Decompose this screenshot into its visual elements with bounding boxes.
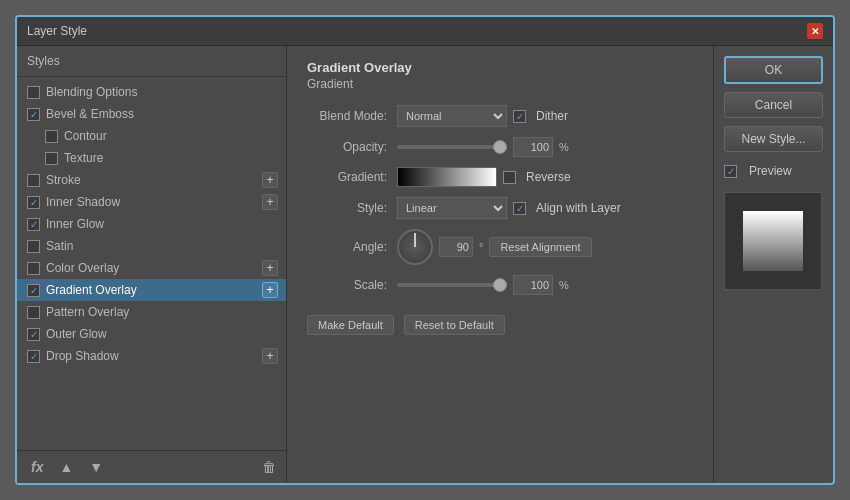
align-with-layer-label: Align with Layer <box>513 201 621 215</box>
dither-checkbox[interactable] <box>513 110 526 123</box>
align-with-layer-text: Align with Layer <box>536 201 621 215</box>
color-overlay-label: Color Overlay <box>46 261 119 275</box>
bottom-buttons: Make Default Reset to Default <box>307 315 693 335</box>
sidebar-item-pattern-overlay[interactable]: Pattern Overlay <box>17 301 286 323</box>
outer-glow-checkbox[interactable] <box>27 328 40 341</box>
preview-inner <box>743 211 803 271</box>
style-label: Style: <box>307 201 397 215</box>
reverse-checkbox[interactable] <box>503 171 516 184</box>
angle-control: ° Reset Alignment <box>397 229 693 265</box>
panel-subtitle: Gradient <box>307 77 693 91</box>
opacity-slider[interactable] <box>397 145 507 149</box>
inner-glow-label: Inner Glow <box>46 217 104 231</box>
reset-alignment-button[interactable]: Reset Alignment <box>489 237 591 257</box>
drop-shadow-checkbox[interactable] <box>27 350 40 363</box>
scale-control: % <box>397 275 693 295</box>
stroke-checkbox[interactable] <box>27 174 40 187</box>
bevel-emboss-checkbox[interactable] <box>27 108 40 121</box>
scale-slider[interactable] <box>397 283 507 287</box>
color-overlay-checkbox[interactable] <box>27 262 40 275</box>
sidebar-item-satin[interactable]: Satin <box>17 235 286 257</box>
move-up-button[interactable]: ▲ <box>55 457 77 477</box>
opacity-row: Opacity: % <box>307 137 693 157</box>
sidebar-item-gradient-overlay[interactable]: Gradient Overlay + <box>17 279 286 301</box>
blend-mode-select[interactable]: Normal Dissolve Multiply Screen Overlay <box>397 105 507 127</box>
close-button[interactable]: ✕ <box>807 23 823 39</box>
reverse-label: Reverse <box>526 170 571 184</box>
style-select[interactable]: Linear Radial Angle Reflected Diamond <box>397 197 507 219</box>
gradient-bar[interactable] <box>397 167 497 187</box>
panel-title: Gradient Overlay <box>307 60 693 75</box>
gradient-row: Gradient: Reverse <box>307 167 693 187</box>
angle-input[interactable] <box>439 237 473 257</box>
preview-label: Preview <box>749 164 792 178</box>
bevel-emboss-label: Bevel & Emboss <box>46 107 134 121</box>
pattern-overlay-checkbox[interactable] <box>27 306 40 319</box>
satin-label: Satin <box>46 239 73 253</box>
blend-mode-row: Blend Mode: Normal Dissolve Multiply Scr… <box>307 105 693 127</box>
gradient-overlay-checkbox[interactable] <box>27 284 40 297</box>
inner-shadow-add-btn[interactable]: + <box>262 194 278 210</box>
blending-options-label: Blending Options <box>46 85 137 99</box>
cancel-button[interactable]: Cancel <box>724 92 823 118</box>
opacity-control: % <box>397 137 693 157</box>
center-panel: Gradient Overlay Gradient Blend Mode: No… <box>287 46 713 483</box>
blending-options-checkbox[interactable] <box>27 86 40 99</box>
scale-slider-container <box>397 283 507 287</box>
move-down-button[interactable]: ▼ <box>85 457 107 477</box>
preview-section: Preview <box>724 164 823 178</box>
sidebar-item-blending-options[interactable]: Blending Options <box>17 81 286 103</box>
gradient-overlay-add-btn[interactable]: + <box>262 282 278 298</box>
scale-row: Scale: % <box>307 275 693 295</box>
color-overlay-add-btn[interactable]: + <box>262 260 278 276</box>
sidebar-item-contour[interactable]: Contour <box>17 125 286 147</box>
opacity-input[interactable] <box>513 137 553 157</box>
right-panel: OK Cancel New Style... Preview <box>713 46 833 483</box>
scale-unit: % <box>559 279 569 291</box>
ok-button[interactable]: OK <box>724 56 823 84</box>
sidebar-item-inner-glow[interactable]: Inner Glow <box>17 213 286 235</box>
align-with-layer-checkbox[interactable] <box>513 202 526 215</box>
sidebar-item-drop-shadow[interactable]: Drop Shadow + <box>17 345 286 367</box>
left-panel-footer: fx ▲ ▼ 🗑 <box>17 450 286 483</box>
contour-label: Contour <box>64 129 107 143</box>
sidebar-item-outer-glow[interactable]: Outer Glow <box>17 323 286 345</box>
fx-button[interactable]: fx <box>27 457 47 477</box>
new-style-button[interactable]: New Style... <box>724 126 823 152</box>
scale-input[interactable] <box>513 275 553 295</box>
texture-checkbox[interactable] <box>45 152 58 165</box>
opacity-slider-container <box>397 145 507 149</box>
reset-to-default-button[interactable]: Reset to Default <box>404 315 505 335</box>
sidebar-item-color-overlay[interactable]: Color Overlay + <box>17 257 286 279</box>
stroke-label: Stroke <box>46 173 81 187</box>
layer-list: Blending Options Bevel & Emboss Contour … <box>17 77 286 450</box>
preview-checkbox[interactable] <box>724 165 737 178</box>
layer-style-dialog: Layer Style ✕ Styles Blending Options Be… <box>15 15 835 485</box>
drop-shadow-add-btn[interactable]: + <box>262 348 278 364</box>
opacity-label: Opacity: <box>307 140 397 154</box>
angle-row: Angle: ° Reset Alignment <box>307 229 693 265</box>
inner-shadow-label: Inner Shadow <box>46 195 120 209</box>
contour-checkbox[interactable] <box>45 130 58 143</box>
dither-label: Dither <box>536 109 568 123</box>
inner-shadow-checkbox[interactable] <box>27 196 40 209</box>
styles-header: Styles <box>17 46 286 77</box>
gradient-control: Reverse <box>397 167 693 187</box>
sidebar-item-stroke[interactable]: Stroke + <box>17 169 286 191</box>
gradient-overlay-label: Gradient Overlay <box>46 283 137 297</box>
sidebar-item-bevel-emboss[interactable]: Bevel & Emboss <box>17 103 286 125</box>
stroke-add-btn[interactable]: + <box>262 172 278 188</box>
left-panel: Styles Blending Options Bevel & Emboss C… <box>17 46 287 483</box>
satin-checkbox[interactable] <box>27 240 40 253</box>
opacity-unit: % <box>559 141 569 153</box>
gradient-label: Gradient: <box>307 170 397 184</box>
delete-button[interactable]: 🗑 <box>262 459 276 475</box>
angle-dial[interactable] <box>397 229 433 265</box>
sidebar-item-inner-shadow[interactable]: Inner Shadow + <box>17 191 286 213</box>
inner-glow-checkbox[interactable] <box>27 218 40 231</box>
dialog-title: Layer Style <box>27 24 87 38</box>
sidebar-item-texture[interactable]: Texture <box>17 147 286 169</box>
make-default-button[interactable]: Make Default <box>307 315 394 335</box>
title-bar: Layer Style ✕ <box>17 17 833 46</box>
blend-mode-label: Blend Mode: <box>307 109 397 123</box>
